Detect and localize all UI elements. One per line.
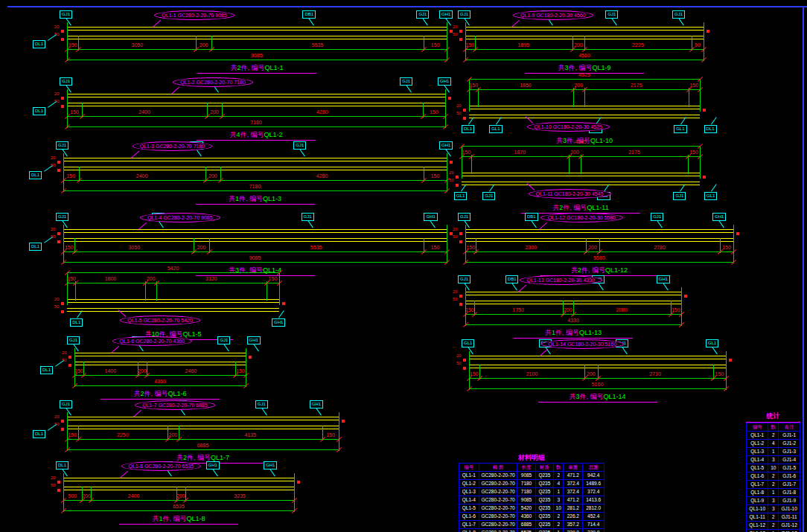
table-cell: QL1-2 bbox=[459, 480, 479, 488]
material-table[interactable]: 编号截 面长度材质数单重总重QL1-1GC280-2-20-709085Q235… bbox=[459, 463, 605, 532]
beam-label-ellipse[interactable]: QL1-13 GC180-2-20-30 4330 bbox=[520, 275, 602, 285]
beam-label-ellipse[interactable]: QL1-12 GC180-2-20-30 5580 bbox=[540, 213, 623, 222]
beam-label-ellipse[interactable]: QL1-4 GC280-2-20-70 9085 bbox=[140, 213, 220, 222]
beam-drawing-QL1-9[interactable]: 150189520022259045602050GJ1DB1GJ1GJ1QL1-… bbox=[465, 10, 704, 79]
overall-dimension-text: 4360 bbox=[74, 379, 246, 385]
dimension-line-segments bbox=[74, 375, 246, 376]
beam-label-ellipse[interactable]: QL1-1 GC280-2-20-70 9085 bbox=[154, 10, 235, 20]
beam-label-ellipse[interactable]: QL1-7 GC280-2-20-70 6885 bbox=[135, 400, 215, 410]
dimension-text: 2300 bbox=[476, 245, 586, 251]
summary-table-row: QL1-93GJ1-9 bbox=[747, 497, 800, 505]
right-end-weld-mark bbox=[249, 356, 252, 359]
table-cell: 1 bbox=[554, 529, 564, 532]
beam-tag-gj1[interactable]: GJ1 bbox=[673, 192, 686, 200]
beam-drawing-QL1-10[interactable]: 1501850200217515045252050DL1GL1GH1GL1DL1… bbox=[469, 79, 700, 147]
table-cell: QL1-3 bbox=[747, 448, 768, 456]
beam-tag-dl1[interactable]: DL1 bbox=[70, 318, 83, 327]
tag-leader-line bbox=[48, 424, 57, 431]
end-extension-line bbox=[700, 146, 701, 179]
beam-drawing-QL1-12[interactable]: 1502300200278015055802050GJ1DB1GJ1GH1QL1… bbox=[465, 213, 733, 281]
beam-drawing-QL1-6[interactable]: 1501400200246015043602050GJ1DB1GJ1GH1DL1… bbox=[74, 336, 246, 405]
beam-drawing-QL1-11[interactable]: 1501870200217515045452050GL1GJ1DB1GJ1GL1… bbox=[462, 146, 700, 214]
beam-drawing-QL1-8[interactable]: 5002002400200323565352050DL1GJ1GH1GH1QL1… bbox=[63, 461, 294, 530]
dimension-extension-line bbox=[569, 155, 570, 174]
beam-drawing-QL1-13[interactable]: 1501750200208015043302050GJ1DB1GJ1GH1QL1… bbox=[465, 275, 681, 344]
beam-tag-dl1[interactable]: DL1 bbox=[40, 366, 53, 374]
beam-drawing-QL1-7[interactable]: 1502250200413515068852050GJ1DB1GJ1GH1DL1… bbox=[67, 400, 339, 469]
summary-table[interactable]: 编号数备注QL1-12GJ1-1QL1-24GJ1-2QL1-31GJ1-3QL… bbox=[746, 423, 800, 532]
dimension-line-overall bbox=[63, 190, 447, 191]
beam-top-flange-line bbox=[67, 417, 339, 420]
beam-tag-dl1[interactable]: DL1 bbox=[33, 430, 45, 438]
right-end-weld-mark bbox=[282, 302, 285, 305]
tag-leader-line bbox=[711, 117, 717, 124]
dimension-line-overall bbox=[469, 79, 700, 80]
beam-label-ellipse[interactable]: QL1-3 GC280-2-20-70 7180 bbox=[133, 141, 213, 151]
dimension-extension-line bbox=[471, 155, 472, 174]
beam-tag-dl1[interactable]: DL1 bbox=[33, 40, 45, 48]
table-cell: 471.2 bbox=[564, 472, 583, 480]
beam-tag-dl1[interactable]: DL1 bbox=[704, 125, 717, 133]
beam-label-ellipse[interactable]: QL1-11 GC180-2-20-30 4545 bbox=[529, 189, 611, 199]
right-end-weld-mark bbox=[450, 161, 453, 164]
beam-label-ellipse[interactable]: QL1-9 GC180-2-20-30 4560 bbox=[513, 10, 593, 20]
left-end-weld-mark bbox=[57, 161, 60, 164]
table-cell: GJ1-5 bbox=[779, 464, 800, 472]
dimension-text: 200 bbox=[138, 368, 147, 374]
beam-tag-gj1[interactable]: GJ1 bbox=[482, 192, 495, 200]
tag-leader-line bbox=[663, 283, 669, 290]
beam-label-ellipse[interactable]: QL1-8 GC280-2-20-70 6535 bbox=[121, 461, 202, 471]
overall-dimension-text: 7180 bbox=[67, 120, 445, 126]
material-table-row: QL1-3GC280-2-20-707180Q2351372.4372.4 bbox=[459, 488, 605, 496]
left-end-dim-text: 20 bbox=[51, 227, 56, 231]
dimension-text: 150 bbox=[469, 371, 479, 377]
dimension-text: 2225 bbox=[584, 42, 692, 48]
beam-top-flange-line bbox=[63, 478, 294, 481]
dimension-extension-line bbox=[581, 155, 581, 174]
beam-tag-gl1[interactable]: GL1 bbox=[454, 192, 467, 200]
beam-label-ellipse[interactable]: QL1-14 GC180-2-20-30 5160 bbox=[541, 339, 624, 349]
beam-tag-gl1[interactable]: GL1 bbox=[674, 125, 686, 133]
table-cell: 1 bbox=[554, 488, 564, 496]
table-cell: QL1-5 bbox=[459, 504, 479, 513]
dimension-extension-line bbox=[156, 281, 157, 301]
table-cell: QL1-8 bbox=[747, 489, 768, 497]
beam-tag-gl1[interactable]: GL1 bbox=[704, 192, 717, 200]
beam-top-flange-line bbox=[63, 229, 447, 233]
beam-drawing-QL1-1[interactable]: 1503050200553515090852050GJ1DB1GJ1GH1DL1… bbox=[67, 10, 447, 79]
beam-drawing-QL1-2[interactable]: 1502400200428015071802050GJ1DB1GJ1GH1DL1… bbox=[67, 77, 445, 146]
dimension-line-overall bbox=[469, 388, 726, 389]
left-end-weld-mark bbox=[61, 38, 64, 41]
tag-leader-line bbox=[307, 220, 313, 228]
left-end-dim-text: 20 bbox=[54, 414, 60, 419]
beam-tag-gh1[interactable]: GH1 bbox=[272, 318, 285, 327]
beam-label-ellipse[interactable]: QL1-10 GC180-2-20-30 4525 bbox=[527, 122, 610, 132]
left-end-dim-text: 20 bbox=[62, 350, 67, 355]
right-end-weld-mark bbox=[448, 97, 451, 100]
beam-drawing-QL1-14[interactable]: 1502100200271015051602050GL1DB1GJ1GL1QL1… bbox=[469, 339, 726, 408]
beam-tag-gh1[interactable]: GH1 bbox=[424, 213, 437, 221]
dimension-line-segments bbox=[63, 500, 294, 501]
beam-label-ellipse[interactable]: QL1-6 GC280-2-20-70 4360 bbox=[112, 336, 193, 346]
beam-title-prefix: 共 bbox=[229, 195, 235, 202]
beam-tag-dl1[interactable]: DL1 bbox=[29, 243, 42, 251]
beam-bottom-flange-line bbox=[67, 36, 447, 39]
tag-leader-line bbox=[253, 344, 259, 351]
beam-tag-dl1[interactable]: DL1 bbox=[29, 171, 42, 179]
table-cell: QL1-6 bbox=[459, 513, 479, 521]
left-end-weld-mark bbox=[57, 240, 60, 243]
beam-tag-gl1[interactable]: GL1 bbox=[489, 125, 502, 133]
beam-tag-dl1[interactable]: DL1 bbox=[462, 125, 474, 133]
dimension-text: 150 bbox=[63, 245, 74, 251]
beam-drawing-QL1-5[interactable]: 1501800200312015054202050DL1GH1QL1-5 GC2… bbox=[67, 272, 279, 341]
left-end-dim-text: 20 bbox=[456, 353, 462, 358]
beam-number: QL1-11 bbox=[587, 204, 608, 211]
table-cell: 372.4 bbox=[564, 488, 583, 496]
left-end-weld-mark bbox=[459, 303, 462, 306]
beam-tag-dl1[interactable]: DL1 bbox=[33, 107, 45, 115]
beam-drawing-QL1-3[interactable]: 1502400200428015071802050GJ1DB1GJ1GH1DL1… bbox=[63, 141, 447, 210]
left-end-weld-mark bbox=[463, 109, 466, 112]
beam-label-ellipse[interactable]: QL1-5 GC280-2-20-70 5420 bbox=[120, 315, 200, 325]
beam-label-ellipse[interactable]: QL1-2 GC280-2-20-70 7180 bbox=[173, 77, 253, 87]
tag-leader-line bbox=[531, 220, 537, 228]
